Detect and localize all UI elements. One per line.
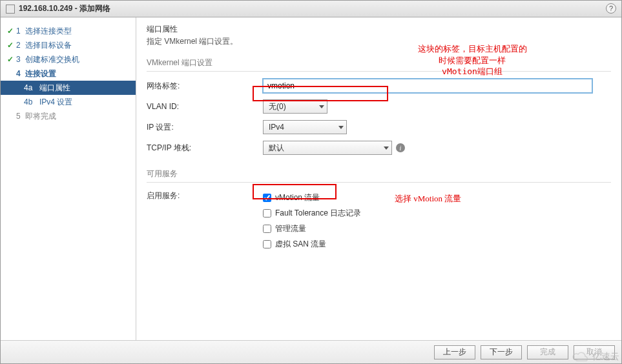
group-vmkernel: VMkernel 端口设置: [147, 55, 611, 72]
next-button[interactable]: 下一步: [481, 345, 522, 359]
host-icon: [6, 5, 15, 14]
chevron-down-icon: [384, 147, 389, 150]
row-services: 启用服务: vMotion 流量 Fault Tolerance 日志记录 管理…: [147, 190, 611, 252]
service-vsan-checkbox[interactable]: [263, 240, 271, 248]
substep-label: 端口属性: [39, 83, 70, 94]
substep-4b[interactable]: 4b IPv4 设置: [1, 95, 136, 109]
service-vsan: 虚拟 SAN 流量: [263, 237, 361, 251]
prev-button[interactable]: 上一步: [434, 345, 475, 359]
body: ✓ 1 选择连接类型 ✓ 2 选择目标设备 ✓ 3 创建标准交换机 4 连接设置…: [1, 17, 621, 340]
label-ip-settings: IP 设置:: [147, 122, 263, 133]
step-label: 选择目标设备: [25, 40, 72, 51]
titlebar: 192.168.10.249 - 添加网络 ?: [1, 1, 621, 17]
services-list: vMotion 流量 Fault Tolerance 日志记录 管理流量 虚拟 …: [263, 190, 361, 252]
label-enable-services: 启用服务:: [147, 190, 263, 201]
step-label: 连接设置: [25, 68, 56, 79]
step-num: 4: [16, 69, 25, 78]
cancel-button: 取消: [574, 345, 615, 359]
wizard-window: 192.168.10.249 - 添加网络 ? ✓ 1 选择连接类型 ✓ 2 选…: [0, 0, 622, 364]
tcpip-stack-value: 默认: [269, 143, 284, 154]
window-title: 192.168.10.249 - 添加网络: [19, 3, 110, 14]
step-num: 1: [16, 26, 25, 35]
row-ip-settings: IP 设置: IPv4: [147, 119, 611, 135]
step-3[interactable]: ✓ 3 创建标准交换机: [1, 52, 136, 66]
check-icon: ✓: [7, 55, 16, 64]
check-icon: ✓: [7, 26, 16, 35]
label-vlan-id: VLAN ID:: [147, 102, 263, 111]
service-ft-label: Fault Tolerance 日志记录: [275, 208, 361, 219]
row-network-label: 网络标签:: [147, 78, 611, 94]
step-num: 5: [16, 112, 25, 121]
service-vmotion-label: vMotion 流量: [275, 192, 320, 203]
service-mgmt: 管理流量: [263, 221, 361, 236]
substep-label: IPv4 设置: [39, 97, 72, 108]
step-label: 选择连接类型: [25, 26, 72, 37]
chevron-down-icon: [319, 105, 324, 108]
help-icon[interactable]: ?: [606, 3, 616, 14]
service-mgmt-checkbox[interactable]: [263, 225, 271, 233]
chevron-down-icon: [338, 126, 344, 129]
step-label: 创建标准交换机: [25, 54, 79, 65]
step-label: 即将完成: [25, 111, 56, 122]
label-tcpip-stack: TCP/IP 堆栈:: [147, 143, 263, 154]
service-ft: Fault Tolerance 日志记录: [263, 206, 361, 220]
ip-settings-value: IPv4: [269, 123, 284, 132]
service-ft-checkbox[interactable]: [263, 209, 271, 217]
step-4[interactable]: 4 连接设置: [1, 66, 136, 81]
group-services: 可用服务: [147, 166, 611, 183]
label-network-label: 网络标签:: [147, 81, 263, 92]
network-label-input[interactable]: [263, 79, 592, 93]
step-2[interactable]: ✓ 2 选择目标设备: [1, 38, 136, 52]
row-vlan-id: VLAN ID: 无(0): [147, 99, 611, 114]
step-num: 3: [16, 55, 25, 64]
main-panel: 端口属性 指定 VMkernel 端口设置。 VMkernel 端口设置 网络标…: [136, 17, 621, 340]
info-icon[interactable]: i: [396, 143, 405, 152]
substep-4a[interactable]: 4a 端口属性: [1, 81, 136, 95]
page-title: 端口属性: [147, 24, 611, 35]
tcpip-stack-select[interactable]: 默认: [263, 141, 392, 155]
vlan-id-select[interactable]: 无(0): [263, 99, 327, 114]
step-num: 2: [16, 41, 25, 50]
finish-button: 完成: [527, 345, 568, 359]
substep-num: 4b: [24, 97, 39, 106]
step-5: 5 即将完成: [1, 109, 136, 123]
substep-num: 4a: [24, 83, 39, 92]
row-tcpip-stack: TCP/IP 堆栈: 默认 i: [147, 140, 611, 156]
ip-settings-select[interactable]: IPv4: [263, 120, 347, 134]
step-1[interactable]: ✓ 1 选择连接类型: [1, 24, 136, 38]
wizard-sidebar: ✓ 1 选择连接类型 ✓ 2 选择目标设备 ✓ 3 创建标准交换机 4 连接设置…: [1, 17, 136, 340]
check-icon: ✓: [7, 41, 16, 50]
page-subtitle: 指定 VMkernel 端口设置。: [147, 36, 611, 47]
footer: 上一步 下一步 完成 取消: [1, 340, 621, 363]
service-vmotion-checkbox[interactable]: [263, 194, 271, 202]
vlan-id-value: 无(0): [269, 101, 286, 112]
service-vsan-label: 虚拟 SAN 流量: [275, 239, 326, 250]
service-mgmt-label: 管理流量: [275, 223, 306, 234]
service-vmotion: vMotion 流量: [263, 190, 361, 205]
